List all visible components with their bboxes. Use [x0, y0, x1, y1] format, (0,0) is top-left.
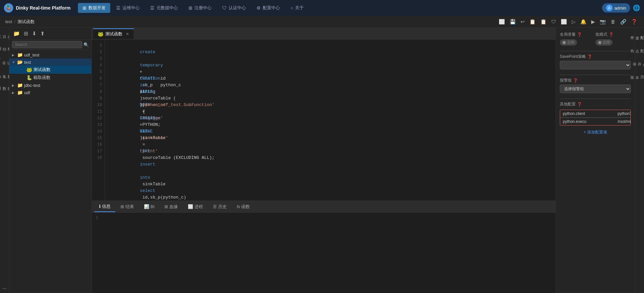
bi-icon: 📊	[144, 204, 149, 209]
tab-bi[interactable]: 📊 BI	[139, 202, 159, 211]
nav-registry-icon: ⊞	[188, 5, 192, 11]
action-hot-config[interactable]: 热点配置	[629, 44, 644, 49]
config-val-2[interactable]	[615, 118, 631, 125]
config-key-2[interactable]	[560, 118, 615, 125]
bc-icon-9[interactable]: 🔔	[579, 18, 588, 25]
savepoint-select[interactable]	[560, 61, 631, 69]
search-icon[interactable]: 🔍	[84, 42, 89, 47]
code-editor[interactable]: 1 2 3 4 5 6 7 8 9 10 11 12 13 14 15 16 1	[92, 40, 556, 201]
kw-create-3: CREATE	[140, 116, 155, 121]
config-row-1: ⊖	[560, 110, 630, 118]
tree-item-udf[interactable]: ▶ 📁 udf	[9, 89, 91, 96]
add-config-button[interactable]: + 添加配置项	[560, 128, 631, 136]
tree-item-udf-test[interactable]: ▶ 📁 udf_test	[9, 51, 91, 58]
tree-item-test-func[interactable]: 🐸 测试函数	[9, 66, 91, 74]
bc-icon-13[interactable]: 🔗	[619, 18, 628, 25]
config-key-1[interactable]	[560, 110, 615, 117]
tab-func[interactable]: fx 函数	[232, 202, 254, 212]
toggle-batch-label: 启用	[603, 40, 610, 45]
ft-new-folder[interactable]: 📁	[12, 30, 21, 37]
code-line-1: create temporary function sb_p as 'pytho…	[109, 42, 552, 49]
bottom-line-num: 1	[92, 213, 556, 223]
tab-bi-label: BI	[151, 204, 154, 209]
ft-download[interactable]: ⬇	[31, 30, 38, 37]
tree-item-test[interactable]: ▼ 📂 test	[9, 58, 91, 66]
action-version-history[interactable]: 版本历史	[629, 70, 644, 75]
chevron-down-icon: ▼	[12, 60, 16, 64]
code-line-13: 'connector' = 'print'	[109, 122, 552, 128]
search-input[interactable]	[12, 41, 82, 48]
sidebar-more[interactable]: ···	[2, 284, 7, 293]
tab-lineage[interactable]: ⊞ 血缘	[160, 202, 183, 212]
global-var-toggle[interactable]: 启用	[560, 39, 577, 46]
fold-arrow-3: ▼	[140, 123, 144, 127]
chevron-right-icon: ▶	[12, 84, 16, 87]
admin-avatar: A	[606, 5, 613, 11]
bc-icon-12[interactable]: 🗑	[609, 18, 617, 25]
bc-icon-14[interactable]: ❓	[630, 18, 639, 25]
fold-arrow: ▼	[140, 70, 144, 74]
tab-process[interactable]: ⬜ 进程	[183, 202, 208, 212]
editor-area: 1 2 3 4 5 6 7 8 9 10 11 12 13 14 15 16 1	[92, 40, 556, 293]
nav-registry[interactable]: ⊞ 注册中心	[184, 3, 216, 13]
ft-upload[interactable]: ⬆	[39, 30, 46, 37]
config-row-2: ⊖	[560, 118, 630, 125]
bc-icon-10[interactable]: ▶	[590, 18, 596, 25]
line-num-2: 2	[92, 49, 105, 55]
right-section-toggles: 全局变量 ❓ 启用 批模式 ❓ 启用	[560, 32, 631, 46]
tab-history[interactable]: ☰ 历史	[208, 202, 231, 212]
line-num-8: 8	[92, 89, 105, 95]
bc-icon-8[interactable]: ▷	[570, 18, 577, 25]
folder-icon: 📁	[17, 83, 23, 88]
nav-data-dev[interactable]: ⊞ 数据开发	[78, 3, 110, 13]
alert-select[interactable]: 选择报警组	[560, 85, 631, 93]
nav-ops[interactable]: ☰ 运维中心	[112, 3, 144, 13]
admin-button[interactable]: A admin	[602, 3, 630, 13]
batch-mode-toggle[interactable]: 启用	[595, 39, 613, 46]
tab-test-func[interactable]: 🐸 测试函数 ✕	[93, 28, 134, 39]
help-icon-config: ❓	[577, 102, 582, 107]
tree-item-extract-func[interactable]: 🐍 截取函数	[9, 74, 91, 82]
right-section-alert: 报警组 ❓ 选择报警组	[560, 78, 631, 93]
line-numbers: 1 2 3 4 5 6 7 8 9 10 11 12 13 14 15 16 1	[92, 40, 105, 201]
nav-config[interactable]: ⚙ 配置中心	[252, 3, 285, 13]
divider-1	[560, 51, 631, 51]
history-icon: ☰	[213, 204, 217, 209]
line-num-6: 6	[92, 75, 105, 82]
bc-icon-1[interactable]: ⬜	[497, 18, 506, 25]
app-title: Dinky Real-time Platform	[16, 5, 71, 11]
action-save-point[interactable]: 保存点	[631, 57, 644, 62]
bc-icon-4[interactable]: 📋	[528, 18, 537, 25]
lang-icon[interactable]: 🌐	[633, 4, 640, 12]
bottom-content[interactable]: 1	[92, 213, 556, 293]
tab-result[interactable]: ⊞ 结果	[116, 202, 139, 212]
bc-icon-3[interactable]: ↩	[519, 18, 526, 25]
nav-right: A admin 🌐	[602, 3, 640, 13]
action-job-config[interactable]: 作业配置	[629, 30, 644, 36]
bc-icon-11[interactable]: 📷	[598, 18, 607, 25]
line-num-5: 5	[92, 69, 105, 75]
tab-history-label: 历史	[218, 204, 227, 210]
bc-icon-5[interactable]: 📋	[539, 18, 548, 25]
bc-icon-7[interactable]: ⬜	[559, 18, 568, 25]
right-row-toggles: 全局变量 ❓ 启用 批模式 ❓ 启用	[560, 32, 631, 46]
tab-info-label: 信息	[102, 203, 111, 209]
tab-info[interactable]: ℹ 信息	[94, 201, 115, 212]
folder-open-icon: 📂	[17, 59, 23, 65]
bc-icon-2[interactable]: 💾	[508, 18, 517, 25]
line-num-17: 17	[92, 148, 105, 155]
nav-about[interactable]: ○ 关于	[286, 3, 308, 13]
nav-auth[interactable]: 🛡 认证中心	[218, 3, 251, 13]
nav-ops-icon: ☰	[116, 5, 120, 11]
lineage-icon: ⊞	[164, 204, 168, 209]
ft-new-file[interactable]: ⊞	[22, 30, 29, 37]
top-nav: 🦆 Dinky Real-time Platform ⊞ 数据开发 ☰ 运维中心…	[0, 0, 644, 16]
tree-item-jdbc-test[interactable]: ▶ 📁 jdbc-test	[9, 82, 91, 89]
tab-close-button[interactable]: ✕	[126, 32, 129, 36]
kw-create: create	[140, 50, 155, 55]
bc-icon-6[interactable]: 🛡	[550, 18, 558, 25]
nav-meta[interactable]: ☰ 元数据中心	[146, 3, 183, 13]
kw-temporary: temporary	[140, 63, 163, 68]
kw-like: LIKE	[140, 149, 150, 154]
config-val-1[interactable]	[615, 110, 631, 117]
